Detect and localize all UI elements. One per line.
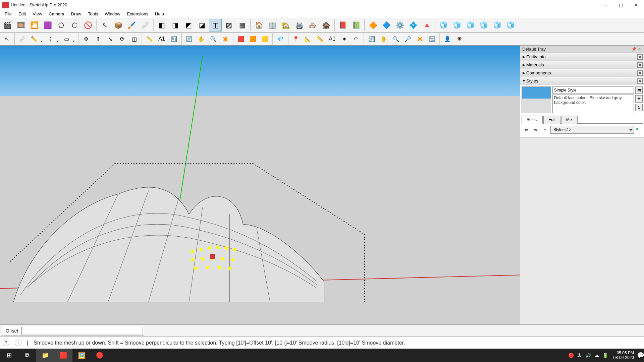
sandbox-from-contours-icon[interactable]: 📗 bbox=[350, 19, 363, 32]
select-icon[interactable]: ↖ bbox=[1, 33, 12, 45]
zoom-extents-2-icon[interactable]: ✴️ bbox=[414, 33, 426, 45]
dimension-icon[interactable]: 📐 bbox=[302, 33, 314, 45]
menu-tools[interactable]: Tools bbox=[85, 11, 101, 17]
terrain-4-icon[interactable]: 💠 bbox=[407, 19, 420, 32]
scene-delete-icon[interactable]: 🎦 bbox=[28, 19, 41, 32]
arch-asset-6-icon[interactable]: 🏚️ bbox=[320, 19, 332, 32]
viewport-3d[interactable] bbox=[0, 46, 520, 324]
sandbox-from-scratch-icon[interactable]: 📕 bbox=[336, 19, 349, 32]
top-view-icon[interactable]: ◨ bbox=[169, 19, 181, 32]
orbit-2-icon[interactable]: 🔄 bbox=[366, 33, 377, 45]
terrain-1-icon[interactable]: 🔶 bbox=[367, 19, 379, 32]
warehouse-1-icon[interactable]: 🟥 bbox=[235, 33, 247, 45]
followme-tool-icon[interactable]: ⤴️ bbox=[168, 33, 179, 45]
menu-view[interactable]: View bbox=[29, 11, 45, 17]
scene-update-icon[interactable]: 🎞️ bbox=[14, 19, 27, 32]
geo-icon[interactable]: i bbox=[15, 340, 21, 346]
rotate-tool-icon[interactable]: ⟳ bbox=[116, 33, 128, 45]
rectangle-tool-icon[interactable]: ▭ bbox=[61, 33, 72, 45]
zoom-tool-icon[interactable]: 🔍 bbox=[208, 33, 219, 45]
zoom-window-icon[interactable]: 🔎 bbox=[402, 33, 414, 45]
measurement-input[interactable] bbox=[21, 327, 143, 335]
style-thumbnail[interactable] bbox=[522, 86, 551, 113]
arch-asset-5-icon[interactable]: 🏘️ bbox=[306, 19, 319, 32]
nav-home-icon[interactable]: ⌂ bbox=[541, 126, 549, 134]
battery-icon[interactable]: 🔋 bbox=[602, 353, 608, 358]
notifications-icon[interactable]: 💬 bbox=[637, 349, 644, 362]
zoom-2-icon[interactable]: 🔍 bbox=[390, 33, 401, 45]
solid-3-icon[interactable]: 🧊 bbox=[464, 19, 477, 32]
menu-extensions[interactable]: Extensions bbox=[124, 11, 152, 17]
panel-close-icon[interactable]: ✕ bbox=[637, 62, 643, 68]
select-tool-icon[interactable]: ↖ bbox=[98, 19, 111, 32]
taskbar-clock[interactable]: 05:05 PM 08-09-2020 bbox=[610, 351, 637, 360]
chevron-down-icon[interactable]: ▼ bbox=[72, 35, 76, 43]
menu-edit[interactable]: Edit bbox=[15, 11, 29, 17]
ruby-icon[interactable]: 💎 bbox=[275, 33, 286, 45]
warehouse-2-icon[interactable]: 🟧 bbox=[247, 33, 259, 45]
arch-asset-2-icon[interactable]: 🏢 bbox=[266, 19, 279, 32]
scene-next-icon[interactable]: ⬠ bbox=[55, 19, 67, 32]
style-update-icon[interactable]: ⬒ bbox=[635, 86, 643, 94]
nav-forward-icon[interactable]: ⇨ bbox=[532, 126, 540, 134]
menu-camera[interactable]: Camera bbox=[45, 11, 67, 17]
arc-tool-icon[interactable]: ⤹ bbox=[45, 33, 56, 45]
panel-entity-info[interactable]: ▶ Entity Info ✕ bbox=[520, 53, 644, 61]
panel-close-icon[interactable]: ✕ bbox=[637, 70, 643, 76]
text-2-icon[interactable]: A1 bbox=[326, 33, 338, 45]
scale-tool-icon[interactable]: ⤡ bbox=[104, 33, 116, 45]
move-tool-icon[interactable]: ✥ bbox=[80, 33, 92, 45]
tray-close-icon[interactable]: ✕ bbox=[637, 47, 642, 51]
style-create-icon[interactable]: ✚ bbox=[635, 95, 643, 103]
panel-styles[interactable]: ▼ Styles ✕ bbox=[520, 77, 644, 85]
solid-2-icon[interactable]: 🧊 bbox=[450, 19, 463, 32]
walk-icon[interactable]: 👁️ bbox=[454, 33, 465, 45]
solid-4-icon[interactable]: 🧊 bbox=[477, 19, 490, 32]
line-tool-icon[interactable]: ✏️ bbox=[29, 33, 40, 45]
tray-header[interactable]: Default Tray 📌 ✕ bbox=[520, 46, 644, 53]
axes-icon[interactable]: ✶ bbox=[338, 33, 350, 45]
menu-window[interactable]: Window bbox=[101, 11, 123, 17]
start-button[interactable]: ⊞ bbox=[0, 349, 18, 362]
make-component-icon[interactable]: 📦 bbox=[112, 19, 124, 32]
previous-view-icon[interactable]: ↩️ bbox=[426, 33, 438, 45]
style-collection-select[interactable]: Styles<1> bbox=[550, 126, 634, 134]
warehouse-3-icon[interactable]: 🟨 bbox=[259, 33, 271, 45]
pin-icon[interactable]: 📌 bbox=[631, 47, 637, 51]
location-icon[interactable]: 📍 bbox=[290, 33, 302, 45]
arch-asset-3-icon[interactable]: 🏡 bbox=[279, 19, 292, 32]
tab-select[interactable]: Select bbox=[522, 116, 543, 124]
app-paint-icon[interactable]: 🖼️ bbox=[72, 349, 91, 362]
panel-close-icon[interactable]: ✕ bbox=[637, 54, 643, 60]
info-icon[interactable]: ? bbox=[3, 340, 9, 346]
file-explorer-icon[interactable]: 📁 bbox=[36, 349, 54, 362]
nav-back-icon[interactable]: ⇦ bbox=[522, 126, 530, 134]
shaded-icon[interactable]: ▦ bbox=[236, 19, 249, 32]
style-desc[interactable]: Default face colors. Blue sky and gray b… bbox=[552, 95, 634, 113]
record-icon[interactable]: 🔴 bbox=[91, 349, 109, 362]
terrain-5-icon[interactable]: 🔺 bbox=[420, 19, 433, 32]
sketchup-taskbar-icon[interactable]: 🟥 bbox=[54, 349, 72, 362]
style-refresh-icon[interactable]: ↻ bbox=[635, 104, 643, 111]
chevron-down-icon[interactable]: ▼ bbox=[56, 35, 60, 43]
orbit-tool-icon[interactable]: 🔄 bbox=[183, 33, 195, 45]
minimize-button[interactable]: ─ bbox=[598, 0, 613, 10]
pan-tool-icon[interactable]: ✋ bbox=[196, 33, 207, 45]
tape-2-icon[interactable]: 📏 bbox=[314, 33, 326, 45]
solid-6-icon[interactable]: 🧊 bbox=[504, 19, 517, 32]
close-window-button[interactable]: ✕ bbox=[629, 0, 644, 10]
task-view-icon[interactable]: ⧉ bbox=[18, 349, 36, 362]
record-dot-icon[interactable]: 🔴 bbox=[568, 353, 574, 358]
text-tool-icon[interactable]: A1 bbox=[156, 33, 167, 45]
back-view-icon[interactable]: ◫ bbox=[209, 19, 222, 32]
maximize-button[interactable]: ▢ bbox=[613, 0, 629, 10]
tab-mix[interactable]: Mix bbox=[561, 116, 578, 124]
eraser-icon[interactable]: 🩹 bbox=[139, 19, 151, 32]
scene-prev-icon[interactable]: 🟪 bbox=[41, 19, 54, 32]
arch-asset-1-icon[interactable]: 🏠 bbox=[253, 19, 265, 32]
panel-materials[interactable]: ▶ Materials ✕ bbox=[520, 61, 644, 69]
paint-bucket-icon[interactable]: 🖌️ bbox=[125, 19, 138, 32]
iso-view-icon[interactable]: ◧ bbox=[155, 19, 168, 32]
terrain-2-icon[interactable]: 🔷 bbox=[380, 19, 393, 32]
menu-file[interactable]: File bbox=[1, 11, 15, 17]
